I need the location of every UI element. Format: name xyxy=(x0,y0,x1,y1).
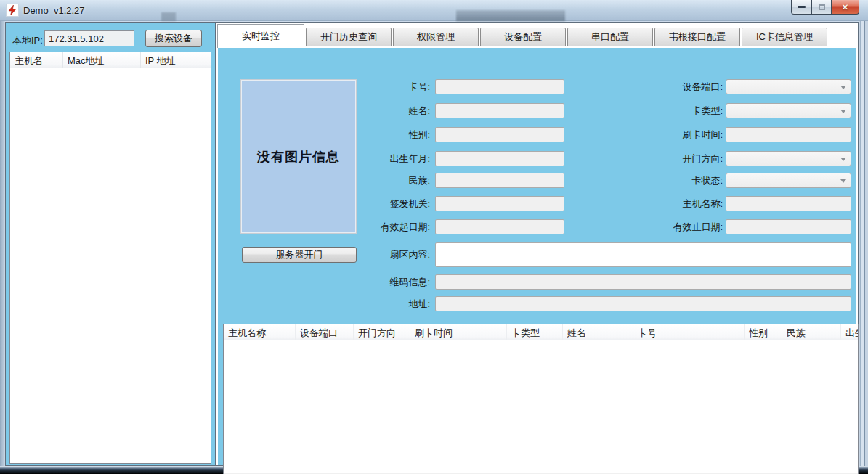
tab-permission-management[interactable]: 权限管理 xyxy=(393,28,479,46)
card-type-dropdown[interactable] xyxy=(726,103,851,118)
tab-realtime-monitor[interactable]: 实时监控 xyxy=(217,24,304,48)
column-header-hostname[interactable]: 主机名 xyxy=(10,52,63,68)
device-port-dropdown[interactable] xyxy=(726,79,851,94)
tab-serial-config[interactable]: 串口配置 xyxy=(567,28,653,46)
tab-door-history-query[interactable]: 开门历史查询 xyxy=(306,28,392,46)
column-header-mac[interactable]: Mac地址 xyxy=(63,52,141,68)
name-field[interactable] xyxy=(435,103,564,118)
server-open-door-button[interactable]: 服务器开门 xyxy=(242,247,357,263)
valid-until-label: 有效止日期: xyxy=(614,219,723,234)
issuing-authority-label: 签发机关: xyxy=(320,196,430,211)
column-header-door-direction[interactable]: 开门方向 xyxy=(354,324,410,340)
tab-device-config[interactable]: 设备配置 xyxy=(480,28,566,46)
close-button[interactable]: ✕ xyxy=(831,0,859,15)
caption-button-group: ✕ xyxy=(792,0,859,15)
qr-code-info-label: 二维码信息: xyxy=(356,274,430,290)
column-header-gender[interactable]: 性别 xyxy=(745,324,782,340)
host-name-label: 主机名称: xyxy=(614,196,723,211)
address-label: 地址: xyxy=(370,296,430,311)
column-header-ethnicity[interactable]: 民族 xyxy=(782,324,841,340)
birth-date-label: 出生年月: xyxy=(320,151,430,166)
app-logo-lightning-icon xyxy=(6,4,19,17)
tab-ic-card-management[interactable]: IC卡信息管理 xyxy=(742,28,827,46)
maximize-icon xyxy=(819,4,825,10)
search-devices-button[interactable]: 搜索设备 xyxy=(145,30,202,47)
column-header-card-type[interactable]: 卡类型 xyxy=(507,324,563,340)
swipe-event-table[interactable]: 主机名称 设备端口 开门方向 刷卡时间 卡类型 姓名 卡号 性别 民族 出生年月 xyxy=(223,324,859,474)
chevron-down-icon xyxy=(840,110,846,113)
card-number-field[interactable] xyxy=(435,79,564,94)
glass-reflection xyxy=(161,12,176,21)
column-header-device-port[interactable]: 设备端口 xyxy=(296,324,354,340)
ethnicity-field[interactable] xyxy=(435,173,564,188)
minimize-button[interactable] xyxy=(791,0,812,15)
column-header-card-number[interactable]: 卡号 xyxy=(633,324,745,340)
chevron-down-icon xyxy=(840,179,846,183)
birth-date-field[interactable] xyxy=(435,151,564,166)
window-title: Demo v1.2.27 xyxy=(23,5,85,16)
realtime-monitor-page: 没有图片信息 服务器开门 卡号: 姓名: 性别: 出生年月: 民族: 签发机关:… xyxy=(218,48,856,465)
event-table-header: 主机名称 设备端口 开门方向 刷卡时间 卡类型 姓名 卡号 性别 民族 出生年月 xyxy=(224,324,858,340)
column-header-name[interactable]: 姓名 xyxy=(563,324,633,340)
close-icon: ✕ xyxy=(841,2,848,12)
device-search-panel: 本地IP: 搜索设备 主机名 Mac地址 IP 地址 xyxy=(5,22,216,466)
minimize-icon xyxy=(798,6,806,8)
address-field[interactable] xyxy=(435,296,851,311)
gender-field[interactable] xyxy=(435,127,564,142)
local-ip-label: 本地IP: xyxy=(12,34,43,47)
door-direction-label: 开门方向: xyxy=(614,151,723,166)
issuing-authority-field[interactable] xyxy=(435,196,564,211)
window-border-right xyxy=(859,21,868,466)
title-bar[interactable]: Demo v1.2.27 ✕ xyxy=(0,0,868,21)
swipe-time-field[interactable] xyxy=(726,127,851,142)
card-status-dropdown[interactable] xyxy=(726,173,851,188)
gender-label: 性别: xyxy=(320,127,430,142)
column-header-birth-date[interactable]: 出生年月 xyxy=(841,324,858,340)
ethnicity-label: 民族: xyxy=(320,173,430,188)
chevron-down-icon xyxy=(840,158,846,161)
device-list[interactable]: 主机名 Mac地址 IP 地址 xyxy=(9,52,211,464)
device-list-header: 主机名 Mac地址 IP 地址 xyxy=(10,52,211,68)
qr-code-info-field[interactable] xyxy=(435,274,851,290)
sector-content-label: 扇区内容: xyxy=(370,247,430,262)
local-ip-input[interactable] xyxy=(44,30,134,46)
card-type-label: 卡类型: xyxy=(614,103,723,118)
door-direction-dropdown[interactable] xyxy=(726,151,851,166)
column-header-host-name[interactable]: 主机名称 xyxy=(224,324,296,340)
maximize-button[interactable] xyxy=(811,0,832,15)
glass-reflection xyxy=(456,10,565,21)
device-port-label: 设备端口: xyxy=(614,79,723,94)
main-panel: 实时监控 开门历史查询 权限管理 设备配置 串口配置 韦根接口配置 IC卡信息管… xyxy=(216,22,859,466)
chevron-down-icon xyxy=(840,86,846,89)
valid-from-label: 有效起日期: xyxy=(320,219,430,234)
sector-content-field[interactable] xyxy=(435,242,851,267)
card-status-label: 卡状态: xyxy=(614,173,723,188)
name-label: 姓名: xyxy=(320,103,430,118)
tab-strip: 实时监控 开门历史查询 权限管理 设备配置 串口配置 韦根接口配置 IC卡信息管… xyxy=(217,24,857,48)
valid-from-field[interactable] xyxy=(435,219,564,234)
event-table-body xyxy=(224,340,858,473)
column-header-swipe-time[interactable]: 刷卡时间 xyxy=(410,324,507,340)
host-name-field[interactable] xyxy=(726,196,851,211)
app-window: Demo v1.2.27 ✕ 本地IP: 搜索设备 主机名 Mac地址 IP 地… xyxy=(0,0,868,474)
tab-wiegand-config[interactable]: 韦根接口配置 xyxy=(654,28,740,46)
column-header-ip[interactable]: IP 地址 xyxy=(141,52,211,68)
card-number-label: 卡号: xyxy=(320,79,430,94)
swipe-time-label: 刷卡时间: xyxy=(614,127,723,142)
valid-until-field[interactable] xyxy=(726,219,851,234)
window-border-left xyxy=(0,21,5,466)
